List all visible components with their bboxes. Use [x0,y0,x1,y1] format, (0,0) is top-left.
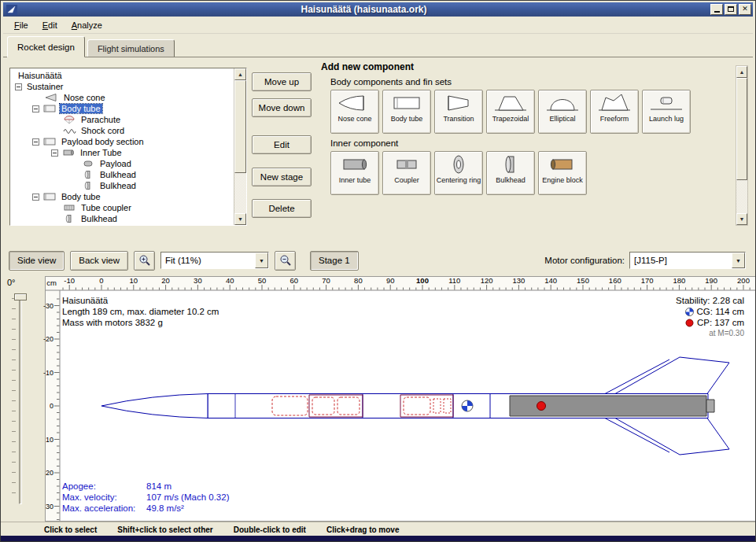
bulkhead-icon [81,170,95,179]
tree-item-label: Bulkhead [98,170,138,179]
zoom-out-button[interactable] [275,251,296,271]
bulkhead-icon [81,181,95,190]
chevron-down-icon[interactable]: ▼ [255,253,268,268]
collapse-toggle-icon[interactable] [32,138,39,146]
body-components-row: Nose cone Body tube Transition Trapezoid… [330,90,748,134]
close-button[interactable]: ✕ [739,4,751,15]
collapse-toggle-icon[interactable] [51,149,58,157]
palette-scrollbar[interactable]: ▲ ▼ [736,65,748,226]
tab-rocket-design[interactable]: Rocket design [7,36,85,57]
rocket-diagram[interactable]: 0° cm [1,276,755,522]
add-centering-ring-button[interactable]: Centering ring [434,151,483,195]
tree-item-payload[interactable]: Payload [10,158,234,169]
cg-value: CG: 114 cm [697,307,745,316]
edit-button[interactable]: Edit [252,135,312,154]
motor-configuration-select[interactable]: [J115-P] ▼ [629,252,746,269]
rotation-slider-thumb[interactable] [14,293,27,300]
scrollbar-thumb[interactable] [234,80,246,173]
new-stage-button[interactable]: New stage [252,168,312,186]
tab-flight-simulations[interactable]: Flight simulations [87,39,175,57]
scroll-down-icon[interactable]: ▼ [736,213,747,225]
tree-item-tube-coupler[interactable]: Tube coupler [10,202,234,213]
tree-item-sustainer[interactable]: Sustainer [10,81,234,92]
freeform-fin-icon [597,93,632,113]
tree-item-parachute[interactable]: Parachute [10,114,234,125]
svg-text:80: 80 [354,276,363,285]
add-engine-block-button[interactable]: Engine block [538,151,587,195]
rocket-length-info: Length 189 cm, max. diameter 10.2 cm [62,307,219,316]
svg-text:30: 30 [194,276,202,285]
move-up-button[interactable]: Move up [252,72,312,91]
tree-item-label: Payload body section [60,137,146,146]
side-view-button[interactable]: Side view [9,251,65,271]
scrollbar-track[interactable] [234,80,246,213]
menu-file[interactable]: File [8,18,35,32]
palette-label: Freeform [600,115,629,123]
rotation-slider[interactable] [19,295,22,504]
scroll-up-icon[interactable]: ▲ [736,66,747,78]
engine-block-icon [545,154,580,175]
chevron-down-icon[interactable]: ▼ [732,253,745,268]
add-inner-tube-button[interactable]: Inner tube [330,151,379,195]
scroll-down-icon[interactable]: ▼ [234,213,246,225]
add-trapezoidal-fin-button[interactable]: Trapezoidal [486,90,535,134]
add-transition-button[interactable]: Transition [434,90,483,134]
scrollbar-thumb[interactable] [736,78,747,180]
motor-nozzle [706,400,714,412]
apogee-row: Apogee:814 m [62,481,171,491]
palette-label: Bulkhead [496,176,526,184]
add-elliptical-fin-button[interactable]: Elliptical [538,90,587,134]
svg-text:130: 130 [512,276,525,285]
add-body-tube-button[interactable]: Body tube [382,90,431,134]
add-freeform-fin-button[interactable]: Freeform [590,90,639,134]
tree-item-bulkhead[interactable]: Bulkhead [10,180,234,191]
svg-text:160: 160 [609,276,621,285]
elliptical-fin-icon [545,93,580,113]
add-nose-cone-button[interactable]: Nose cone [330,90,379,134]
component-tree[interactable]: Haisunäätä Sustainer Nose cone Body tube… [10,68,234,225]
collapse-toggle-icon[interactable] [32,194,39,201]
maximize-button[interactable] [725,4,737,15]
tree-item-inner-tube[interactable]: Inner Tube [10,147,234,158]
svg-text:120: 120 [481,276,493,285]
acceleration-value: 49.8 m/s² [146,503,184,513]
tree-item-label: Inner Tube [79,148,124,157]
tree-item-shock-cord[interactable]: Shock cord [10,125,234,136]
cg-icon [685,308,694,316]
back-view-button[interactable]: Back view [70,251,128,271]
move-down-button[interactable]: Move down [252,98,312,117]
title-bar[interactable]: Haisunäätä (haisunaata.ork) ✕ [3,2,753,17]
scroll-up-icon[interactable]: ▲ [234,68,246,80]
collapse-toggle-icon[interactable] [15,83,22,90]
zoom-select[interactable]: Fit (11%) ▼ [160,252,269,269]
tree-item-body-tube[interactable]: Body tube [10,103,234,114]
add-launch-lug-button[interactable]: Launch lug [642,90,691,134]
velocity-value: 107 m/s (Mach 0.32) [146,492,229,502]
nose-cone-icon [337,93,372,113]
add-bulkhead-button[interactable]: Bulkhead [486,151,535,195]
svg-text:40: 40 [226,276,234,285]
tree-item-body-tube-2[interactable]: Body tube [10,191,234,202]
tree-item-nose-cone[interactable]: Nose cone [10,92,234,103]
palette-label: Elliptical [549,115,575,123]
inner-tube-icon [337,154,372,175]
stage-1-toggle[interactable]: Stage 1 [310,251,359,271]
minimize-button[interactable] [710,4,723,15]
collapse-toggle-icon[interactable] [32,105,39,112]
menu-analyze[interactable]: Analyze [65,18,109,32]
svg-text:-20: -20 [43,335,53,343]
tree-item-rocket[interactable]: Haisunäätä [10,70,234,81]
scrollbar-track[interactable] [736,78,747,213]
delete-button[interactable]: Delete [252,199,312,218]
tree-item-payload-body-section[interactable]: Payload body section [10,136,234,147]
add-coupler-button[interactable]: Coupler [382,151,431,195]
zoom-in-button[interactable] [134,251,155,271]
tree-item-label: Parachute [79,115,122,124]
inner-tube-icon [61,148,76,157]
tree-item-bulkhead[interactable]: Bulkhead [10,213,234,224]
menu-edit[interactable]: Edit [36,18,64,32]
tree-item-label: Payload [98,159,133,168]
tree-scrollbar[interactable]: ▲ ▼ [234,68,246,225]
magnifier-minus-icon [279,254,292,267]
tree-item-bulkhead[interactable]: Bulkhead [10,169,234,180]
